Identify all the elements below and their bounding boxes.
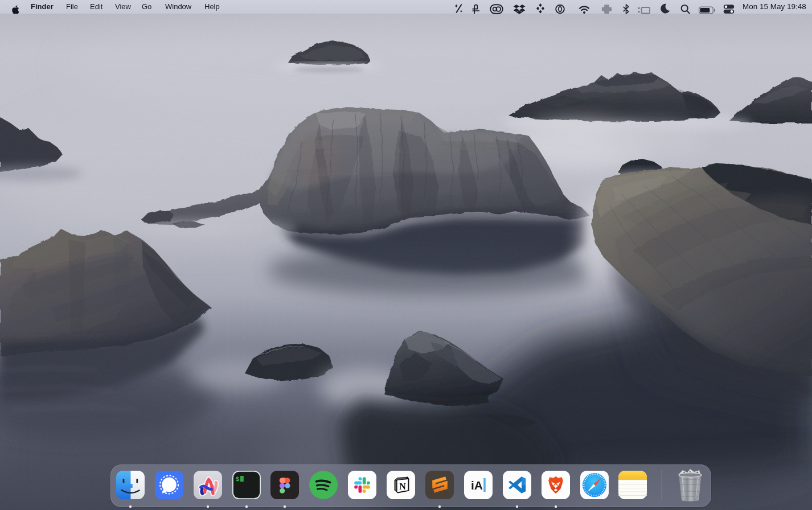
svg-text:N: N: [399, 482, 406, 491]
svg-text:iA: iA: [471, 479, 483, 492]
svg-text:$: $: [236, 476, 240, 483]
